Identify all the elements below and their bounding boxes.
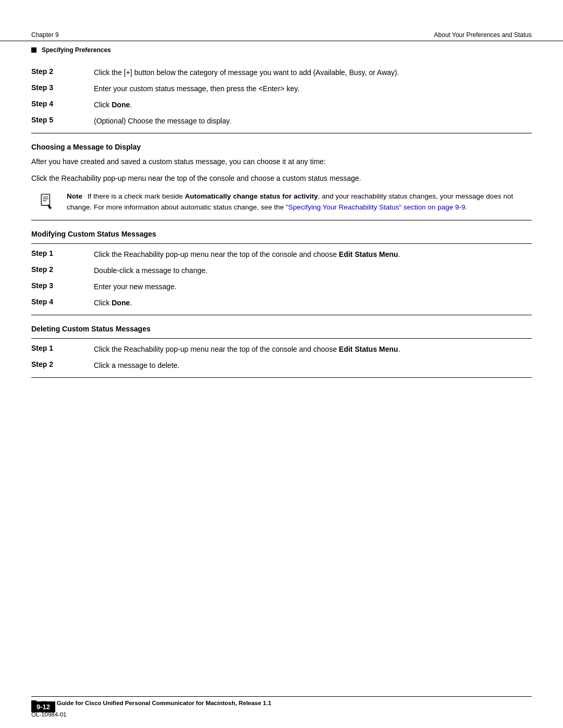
choosing-para2: Click the Reachability pop-up menu near … bbox=[31, 173, 532, 184]
mod-step-3-content: Enter your new message. bbox=[94, 281, 532, 292]
chapter-title: About Your Preferences and Status bbox=[434, 31, 532, 39]
step-5-label: Step 5 bbox=[31, 116, 94, 124]
page-header: Chapter 9 About Your Preferences and Sta… bbox=[0, 0, 563, 41]
modifying-section: Modifying Custom Status Messages Step 1 … bbox=[31, 230, 532, 309]
note-link[interactable]: "Specifying Your Reachability Status" se… bbox=[286, 203, 465, 211]
footer-left: User Guide for Cisco Unified Personal Co… bbox=[31, 700, 271, 706]
note-text-end: . bbox=[466, 203, 468, 211]
divider-1 bbox=[31, 133, 532, 133]
del-step-2-label: Step 2 bbox=[31, 360, 94, 368]
step-5-row: Step 5 (Optional) Choose the message to … bbox=[31, 116, 532, 127]
deleting-section: Deleting Custom Status Messages Step 1 C… bbox=[31, 325, 532, 371]
mod-step-4-label: Step 4 bbox=[31, 298, 94, 306]
note-icon-area bbox=[31, 191, 63, 211]
note-pencil-icon bbox=[38, 192, 56, 211]
note-text-before: If there is a check mark beside bbox=[88, 192, 185, 200]
mod-step-3-row: Step 3 Enter your new message. bbox=[31, 281, 532, 292]
divider-3 bbox=[31, 243, 532, 244]
step-2-label: Step 2 bbox=[31, 67, 94, 76]
mod-step-3-label: Step 3 bbox=[31, 281, 94, 290]
mod-step-1-row: Step 1 Click the Reachability pop-up men… bbox=[31, 249, 532, 260]
breadcrumb-square-icon bbox=[31, 47, 36, 53]
step-3-row: Step 3 Enter your custom status message,… bbox=[31, 83, 532, 94]
mod-step-1-content: Click the Reachability pop-up menu near … bbox=[94, 249, 532, 260]
footer-guide-text: User Guide for Cisco Unified Personal Co… bbox=[42, 700, 271, 706]
mod-step-2-label: Step 2 bbox=[31, 265, 94, 274]
chapter-label: Chapter 9 bbox=[31, 31, 59, 39]
mod-step-4-row: Step 4 Click Done. bbox=[31, 298, 532, 309]
page-footer: User Guide for Cisco Unified Personal Co… bbox=[0, 696, 563, 728]
main-content: Step 2 Click the [+] button below the ca… bbox=[0, 62, 563, 398]
step-3-content: Enter your custom status message, then p… bbox=[94, 83, 532, 94]
divider-5 bbox=[31, 338, 532, 339]
note-box: Note If there is a check mark beside Aut… bbox=[31, 191, 532, 213]
choosing-para1: After you have created and saved a custo… bbox=[31, 156, 532, 168]
del-step-1-label: Step 1 bbox=[31, 344, 94, 352]
step-2-row: Step 2 Click the [+] button below the ca… bbox=[31, 67, 532, 78]
mod-step-2-content: Double-click a message to change. bbox=[94, 265, 532, 276]
divider-2 bbox=[31, 220, 532, 220]
step-4-row: Step 4 Click Done. bbox=[31, 100, 532, 110]
choosing-heading: Choosing a Message to Display bbox=[31, 143, 532, 151]
note-label: Note bbox=[67, 192, 82, 200]
note-bold-text: Automatically change status for activity bbox=[185, 192, 318, 200]
step-5-content: (Optional) Choose the message to display… bbox=[94, 116, 532, 127]
step-3-label: Step 3 bbox=[31, 83, 94, 92]
choosing-section: Choosing a Message to Display After you … bbox=[31, 143, 532, 213]
modifying-heading: Modifying Custom Status Messages bbox=[31, 230, 532, 238]
breadcrumb: Specifying Preferences bbox=[0, 44, 563, 62]
step-4-label: Step 4 bbox=[31, 100, 94, 108]
svg-rect-0 bbox=[41, 194, 50, 206]
mod-step-2-row: Step 2 Double-click a message to change. bbox=[31, 265, 532, 276]
del-step-1-content: Click the Reachability pop-up menu near … bbox=[94, 344, 532, 355]
note-content: Note If there is a check mark beside Aut… bbox=[63, 191, 532, 213]
page-number: 9-12 bbox=[31, 701, 55, 712]
del-step-1-row: Step 1 Click the Reachability pop-up men… bbox=[31, 344, 532, 355]
mod-step-1-label: Step 1 bbox=[31, 249, 94, 257]
step-2-content: Click the [+] button below the category … bbox=[94, 67, 532, 78]
divider-4 bbox=[31, 315, 532, 315]
mod-step-4-content: Click Done. bbox=[94, 298, 532, 309]
breadcrumb-text: Specifying Preferences bbox=[42, 46, 111, 54]
step-4-content: Click Done. bbox=[94, 100, 532, 110]
del-step-2-row: Step 2 Click a message to delete. bbox=[31, 360, 532, 371]
divider-6 bbox=[31, 377, 532, 378]
steps-group-1: Step 2 Click the [+] button below the ca… bbox=[31, 67, 532, 127]
page: Chapter 9 About Your Preferences and Sta… bbox=[0, 0, 563, 728]
deleting-heading: Deleting Custom Status Messages bbox=[31, 325, 532, 333]
del-step-2-content: Click a message to delete. bbox=[94, 360, 532, 371]
